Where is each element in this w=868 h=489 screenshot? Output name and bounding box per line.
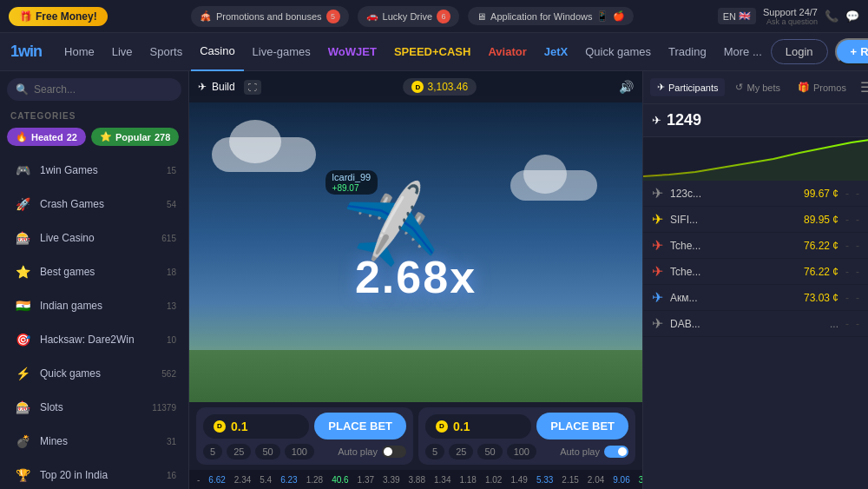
bet-input-1[interactable]: D 0.1	[203, 414, 309, 439]
p-amount-4: 73.03 ¢	[804, 292, 838, 304]
sidebar-item-slots[interactable]: 🎰 Slots 11379	[3, 391, 185, 424]
free-money-button[interactable]: 🎁 Free Money!	[9, 7, 108, 26]
p-dash2-0: -	[856, 188, 859, 200]
participant-row-5: ✈ DAB... ... - -	[643, 311, 868, 337]
auto-play-toggle-2[interactable]	[604, 446, 628, 458]
tick-12: 1.02	[483, 475, 504, 485]
auto-play-2: Auto play	[560, 446, 628, 458]
nav-quick-games[interactable]: Quick games	[576, 33, 660, 71]
nav-aviator[interactable]: Aviator	[479, 33, 535, 71]
quick-btn-5-1[interactable]: 5	[203, 444, 222, 459]
sidebar-item-hacksaw[interactable]: 🎯 Hacksaw: Dare2Win 10	[3, 323, 185, 356]
1win-games-icon: 🎮	[12, 160, 33, 181]
quick-btn-100-2[interactable]: 100	[507, 444, 536, 459]
sidebar-item-best-games[interactable]: ⭐ Best games 18	[3, 255, 185, 288]
nav-home[interactable]: Home	[56, 33, 103, 71]
bet-panel-2: D 0.1 PLACE BET 5 25 50 100 Auto play	[418, 407, 635, 465]
participant-row-2: ✈ Tche... 76.22 ¢ - -	[643, 233, 868, 259]
register-label: Registration	[860, 45, 868, 58]
filter-buttons: 🔥 Heated 22 ⭐ Popular 278	[0, 128, 188, 153]
language-button[interactable]: EN 🇬🇧	[718, 8, 756, 24]
sidebar-item-1win-games[interactable]: 🎮 1win Games 15	[3, 154, 185, 187]
crash-games-count: 54	[167, 200, 176, 209]
sidebar-item-mines[interactable]: 💣 Mines 31	[3, 425, 185, 458]
nav-casino[interactable]: Casino	[191, 33, 243, 71]
place-bet-button-1[interactable]: PLACE BET	[314, 413, 406, 439]
search-input[interactable]	[34, 83, 173, 96]
indian-games-count: 13	[167, 301, 176, 311]
nav-trading[interactable]: Trading	[660, 33, 715, 71]
register-button[interactable]: + Registration	[835, 38, 868, 65]
app-badge[interactable]: 🖥 Application for Windows 📱 🍎	[468, 7, 634, 25]
best-games-count: 18	[167, 268, 176, 277]
nav-live[interactable]: Live	[103, 33, 141, 71]
nav-more[interactable]: More ...	[715, 33, 771, 71]
tick-14: 5.33	[534, 475, 556, 485]
tab-my-bets[interactable]: ↺ My bets	[728, 78, 787, 96]
auto-play-label-1: Auto play	[338, 446, 378, 457]
place-bet-button-2[interactable]: PLACE BET	[536, 413, 628, 439]
sidebar-item-indian-games[interactable]: 🇮🇳 Indian games 13	[3, 289, 185, 322]
lucky-drive-badge[interactable]: 🚗 Lucky Drive 6	[358, 6, 459, 27]
p-name-1: SIFI...	[670, 214, 797, 226]
lang-label: EN	[723, 11, 736, 22]
p-plane-0: ✈	[652, 185, 663, 202]
popular-count: 278	[155, 132, 170, 142]
cloud-1	[212, 137, 316, 172]
username: lcardi_99	[332, 172, 372, 182]
participant-count: 1249	[667, 111, 701, 129]
dm-icon-2: D	[436, 420, 448, 433]
sidebar-item-top20[interactable]: 🏆 Top 20 in India 16	[3, 459, 185, 489]
plus-icon: +	[851, 45, 858, 58]
nav-sports[interactable]: Sports	[141, 33, 192, 71]
volume-button[interactable]: 🔊	[619, 80, 634, 94]
tab-participants[interactable]: ✈ Participants	[650, 78, 725, 96]
filter-popular[interactable]: ⭐ Popular 278	[91, 128, 179, 146]
login-button[interactable]: Login	[771, 39, 828, 64]
search-icon: 🔍	[16, 83, 29, 96]
nav-jetx[interactable]: JetX	[536, 33, 576, 71]
right-tabs: ✈ Participants ↺ My bets 🎁 Promos ☰	[643, 71, 868, 104]
quick-btn-25-1[interactable]: 25	[227, 444, 251, 459]
plane-header-icon: ✈	[652, 114, 661, 127]
nav-live-games[interactable]: Live-games	[244, 33, 319, 71]
right-panel: ✈ Participants ↺ My bets 🎁 Promos ☰ ✈ 12…	[642, 71, 868, 489]
promotions-badge[interactable]: 🎪 Promotions and bonuses 5	[191, 6, 349, 27]
participants-tab-label: Participants	[668, 83, 718, 93]
nav-bar: 1win Home Live Sports Casino Live-games …	[0, 33, 868, 71]
balance-display: D 3,103.46	[403, 78, 477, 96]
sidebar-item-crash-games[interactable]: 🚀 Crash Games 54	[3, 188, 185, 221]
trend-svg	[643, 137, 868, 181]
quick-btn-5-2[interactable]: 5	[425, 444, 444, 459]
search-box[interactable]: 🔍	[7, 78, 181, 101]
promo-label: Promotions and bonuses	[216, 11, 322, 22]
p-plane-5: ✈	[652, 315, 663, 332]
dm-icon: D	[411, 81, 424, 93]
nav-wowjet[interactable]: WoWJET	[319, 33, 385, 71]
hacksaw-count: 10	[167, 335, 176, 345]
tab-promos[interactable]: 🎁 Promos	[791, 78, 853, 96]
top20-label: Top 20 in India	[40, 469, 160, 481]
phone-icon: 📞	[825, 10, 838, 23]
tick-1: 6.62	[206, 475, 227, 485]
quick-btn-50-1[interactable]: 50	[255, 444, 279, 459]
nav-speedcash[interactable]: SPEED+CASH	[385, 33, 480, 71]
my-bets-tab-label: My bets	[746, 83, 780, 93]
quick-btn-25-2[interactable]: 25	[449, 444, 473, 459]
logo[interactable]: 1win	[10, 43, 42, 61]
tick-0: -	[194, 475, 202, 485]
auto-play-toggle-1[interactable]	[382, 446, 406, 458]
quick-btn-100-1[interactable]: 100	[285, 444, 314, 459]
quick-btn-50-2[interactable]: 50	[477, 444, 502, 459]
sidebar-item-live-casino[interactable]: 🎰 Live Casino 615	[3, 221, 185, 254]
filter-heated[interactable]: 🔥 Heated 22	[7, 128, 86, 146]
support-label: Support 24/7	[763, 7, 818, 17]
sidebar-item-quick-games[interactable]: ⚡ Quick games 562	[3, 357, 185, 390]
mines-label: Mines	[40, 435, 160, 447]
bet-input-2[interactable]: D 0.1	[425, 414, 531, 439]
refresh-icon: ↺	[735, 82, 743, 93]
panel-menu-button[interactable]: ☰	[860, 79, 868, 96]
support-button[interactable]: Support 24/7 Ask a question	[763, 7, 818, 26]
expand-button[interactable]: ⛶	[244, 80, 261, 95]
tick-11: 1.18	[457, 475, 478, 485]
